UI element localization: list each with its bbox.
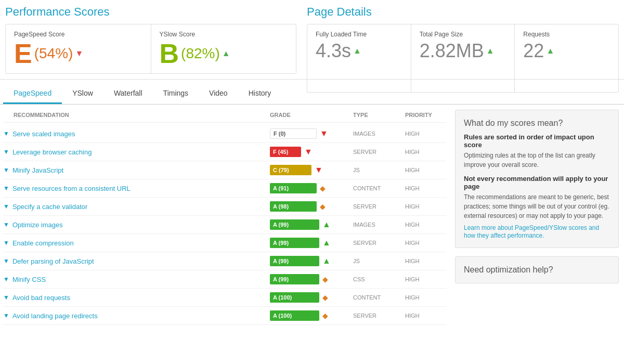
tab-video[interactable]: Video (199, 84, 238, 104)
rec-name: ▼ Enable compression (3, 239, 270, 247)
rec-priority: HIGH (405, 167, 447, 173)
rec-link[interactable]: Avoid bad requests (12, 294, 70, 302)
expand-icon[interactable]: ▼ (3, 130, 9, 137)
rec-grade: A (91) ◆ (270, 183, 353, 193)
loaded-time-label: Fully Loaded Time (316, 31, 402, 38)
grade-indicator: ◆ (320, 202, 326, 211)
table-row: ▼ Minify JavaScript C (79) ▼ JS HIGH (3, 161, 447, 179)
tab-yslow[interactable]: YSlow (62, 84, 103, 104)
loaded-time-item: Fully Loaded Time 4.3s ▲ (307, 24, 411, 92)
tab-waterfall[interactable]: Waterfall (103, 84, 153, 104)
yslow-score-item: YSlow Score B (82%) ▲ (151, 24, 296, 73)
learn-more-link[interactable]: Learn more about PageSpeed/YSlow scores … (464, 224, 599, 239)
grade-bar: A (99) (270, 219, 319, 230)
info-text-2: The recommendations are meant to be gene… (464, 192, 610, 220)
expand-icon[interactable]: ▼ (3, 239, 9, 246)
grade-bar: A (100) (270, 292, 319, 303)
expand-icon[interactable]: ▼ (3, 294, 9, 301)
rec-name: ▼ Leverage browser caching (3, 148, 270, 156)
grade-bar: C (79) (270, 165, 311, 175)
table-row: ▼ Serve resources from a consistent URL … (3, 179, 447, 198)
rec-grade: F (0) ▼ (270, 128, 353, 139)
pagespeed-value: E (54%) ▼ (14, 40, 142, 67)
rec-link[interactable]: Serve scaled images (12, 130, 75, 138)
loaded-time-trend: ▲ (353, 46, 361, 56)
rec-name: ▼ Avoid bad requests (3, 294, 270, 302)
expand-icon[interactable]: ▼ (3, 148, 9, 155)
loaded-time-value: 4.3s ▲ (316, 40, 402, 62)
requests-item: Requests 22 ▲ (515, 24, 618, 92)
rec-link[interactable]: Serve resources from a consistent URL (12, 185, 131, 192)
requests-label: Requests (523, 31, 610, 38)
page-details-title: Page Details (307, 5, 619, 19)
rec-type: JS (353, 258, 405, 264)
expand-icon[interactable]: ▼ (3, 312, 9, 319)
rec-priority: HIGH (405, 258, 447, 264)
table-row: ▼ Minify CSS A (99) ◆ CSS HIGH (3, 270, 447, 289)
rec-priority: HIGH (405, 240, 447, 246)
expand-icon[interactable]: ▼ (3, 221, 9, 228)
expand-icon[interactable]: ▼ (3, 276, 9, 283)
tab-timings[interactable]: Timings (153, 84, 199, 104)
requests-number: 22 (523, 40, 544, 62)
table-row: ▼ Optimize images A (99) ▲ IMAGES HIGH (3, 216, 447, 234)
pagespeed-score-item: PageSpeed Score E (54%) ▼ (6, 24, 151, 73)
page-size-label: Total Page Size (420, 31, 506, 38)
rec-link[interactable]: Minify CSS (12, 276, 46, 283)
rec-priority: HIGH (405, 131, 447, 137)
rec-link[interactable]: Optimize images (12, 221, 63, 229)
performance-scores-title: Performance Scores (5, 5, 296, 19)
page-size-trend: ▲ (486, 46, 495, 56)
yslow-value: B (82%) ▲ (160, 40, 288, 67)
tab-pagespeed[interactable]: PageSpeed (3, 84, 62, 104)
expand-icon[interactable]: ▼ (3, 166, 9, 174)
pagespeed-label: PageSpeed Score (14, 31, 142, 38)
rec-name: ▼ Avoid landing page redirects (3, 312, 270, 320)
page-size-value: 2.82MB ▲ (420, 40, 506, 62)
tab-history[interactable]: History (238, 84, 282, 104)
help-box: Need optimization help? (455, 256, 619, 283)
rec-priority: HIGH (405, 276, 447, 282)
rec-type: JS (353, 167, 405, 173)
grade-indicator: ▲ (322, 238, 331, 248)
recommendations-table: RECOMMENDATION GRADE TYPE PRIORITY ▼ Ser… (0, 110, 450, 325)
grade-bar: A (99) (270, 274, 319, 284)
expand-icon[interactable]: ▼ (3, 203, 9, 210)
rec-grade: A (100) ◆ (270, 292, 353, 303)
rec-priority: HIGH (405, 222, 447, 228)
rec-name: ▼ Serve resources from a consistent URL (3, 185, 270, 192)
table-row: ▼ Leverage browser caching F (45) ▼ SERV… (3, 143, 447, 161)
table-row: ▼ Specify a cache validator A (98) ◆ SER… (3, 198, 447, 216)
expand-icon[interactable]: ▼ (3, 257, 9, 265)
rec-link[interactable]: Avoid landing page redirects (12, 312, 98, 320)
pagespeed-pct: (54%) (34, 45, 73, 62)
rec-link[interactable]: Specify a cache validator (12, 203, 88, 211)
grade-bar: A (99) (270, 256, 319, 266)
rec-link[interactable]: Defer parsing of JavaScript (12, 257, 94, 265)
grade-bar: F (45) (270, 147, 301, 157)
rec-grade: A (99) ▲ (270, 256, 353, 266)
rec-name: ▼ Defer parsing of JavaScript (3, 257, 270, 265)
rec-link[interactable]: Leverage browser caching (12, 148, 92, 156)
pagespeed-trend: ▼ (75, 49, 83, 58)
rec-priority: HIGH (405, 203, 447, 210)
rec-type: SERVER (353, 203, 405, 210)
table-row: ▼ Serve scaled images F (0) ▼ IMAGES HIG… (3, 125, 447, 143)
rec-link[interactable]: Enable compression (12, 239, 74, 247)
rec-name: ▼ Specify a cache validator (3, 203, 270, 211)
rec-type: IMAGES (353, 131, 405, 137)
rec-grade: A (99) ◆ (270, 274, 353, 284)
rec-grade: A (99) ▲ (270, 219, 353, 230)
rec-grade: A (98) ◆ (270, 201, 353, 212)
expand-icon[interactable]: ▼ (3, 185, 9, 192)
scores-info-box: What do my scores mean? Rules are sorted… (455, 110, 619, 248)
grade-indicator: ◆ (320, 184, 326, 192)
rec-name: ▼ Optimize images (3, 221, 270, 229)
rec-link[interactable]: Minify JavaScript (12, 166, 63, 174)
table-row: ▼ Defer parsing of JavaScript A (99) ▲ J… (3, 252, 447, 270)
page-size-item: Total Page Size 2.82MB ▲ (411, 24, 515, 92)
rec-name: ▼ Minify CSS (3, 276, 270, 283)
col-header-recommendation: RECOMMENDATION (3, 112, 270, 118)
requests-trend: ▲ (546, 46, 554, 56)
rec-name: ▼ Serve scaled images (3, 130, 270, 138)
